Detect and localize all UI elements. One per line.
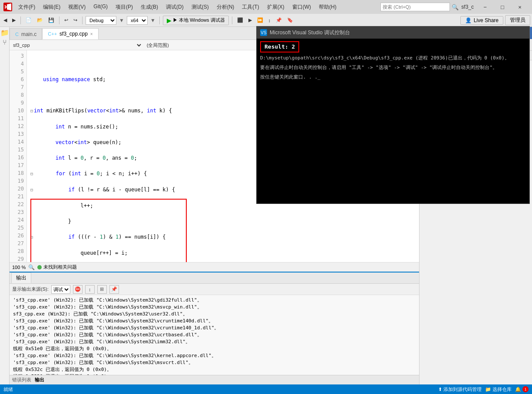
undo-button[interactable]: ↩ [63, 16, 70, 24]
add-source-label: 添加到源代码管理 [443, 386, 482, 393]
notification-button[interactable]: 🔔 1 [515, 386, 529, 392]
output-find-button[interactable]: ⊞ [97, 285, 107, 294]
code-line: } [30, 217, 416, 225]
config-selector[interactable]: Debug Release [86, 16, 116, 25]
menu-window[interactable]: 窗口(W) [289, 3, 314, 12]
back-button[interactable]: ◀ [2, 16, 9, 24]
upload-icon: ⬆ [438, 387, 442, 392]
toolbar-sep-4 [159, 16, 160, 24]
zoom-level[interactable]: 100 % [12, 265, 26, 270]
menu-view[interactable]: 视图(V) [65, 3, 89, 12]
toolbar-sep-1 [20, 16, 21, 24]
output-tabs: 输出 [10, 273, 419, 284]
debug-console-title: Microsoft Visual Studio 调试控制台 [270, 29, 350, 36]
minimize-button[interactable]: − [476, 0, 494, 14]
toolbar: ◀ ▶ 📄 📂 💾 ↩ ↪ Debug Release ▼ x64 x86 ▼ … [0, 14, 532, 27]
window-title: sf3_c [461, 4, 474, 10]
menu-build[interactable]: 生成(B) [137, 3, 162, 12]
toolbar-misc-2[interactable]: ▶ [247, 16, 254, 24]
toolbar-misc-6[interactable]: 🔖 [285, 16, 295, 24]
toolbar-sep-2 [59, 16, 59, 24]
zoom-bar: 100 % 🔍 未找到相关问题 [10, 262, 419, 272]
toolbar-sep-5 [232, 16, 232, 24]
manage-button[interactable]: 管理员 [505, 15, 530, 25]
activity-bar: 📁 ⑂ [0, 27, 10, 384]
toolbar-misc-5[interactable]: 📌 [274, 16, 284, 24]
repo-icon: 📁 [485, 387, 491, 392]
output-line: sf3_cpp.exe (Win32): 已加载 "C:\Windows\Sys… [13, 311, 416, 318]
platform-selector[interactable]: x64 x86 [127, 16, 148, 25]
select-repo-label: 选择仓库 [492, 386, 512, 393]
tab-sf3cpp-label: sf3_cpp.cpp [59, 31, 88, 37]
output-source-selector[interactable]: 调试 [51, 285, 70, 294]
result-box: Result: 2 [260, 41, 299, 53]
tab-sf3cpp-icon: C++ [48, 31, 57, 36]
footer-tab-output[interactable]: 输出 [35, 377, 44, 383]
output-source-label: 显示输出来源(S): [12, 286, 49, 292]
output-line: 'sf3_cpp.exe' (Win32): 已加载 "C:\Windows\S… [13, 318, 416, 325]
output-line: 'sf3_cpp.exe' (Win32): 已加载 "C:\Windows\S… [13, 325, 416, 332]
toolbar-sep-3 [82, 16, 83, 24]
menu-help[interactable]: 帮助(H) [315, 3, 340, 12]
footer-tab-errorlist[interactable]: 错误列表 [12, 377, 31, 383]
menu-test[interactable]: 测试(S) [188, 3, 212, 12]
add-source-button[interactable]: ⬆ 添加到源代码管理 [438, 386, 482, 393]
forward-button[interactable]: ▶ [10, 16, 17, 24]
toolbar-misc-3[interactable]: ⏩ [255, 16, 265, 24]
status-bar: 就绪 ⬆ 添加到源代码管理 📁 选择仓库 🔔 1 [0, 384, 532, 394]
menu-file[interactable]: 文件(F) [15, 3, 39, 12]
menu-project[interactable]: 项目(P) [112, 3, 136, 12]
debug-console-content[interactable]: Result: 2 D:\mysetup\gopath\src\dsy\sf3_… [257, 39, 529, 204]
close-button[interactable]: × [511, 0, 529, 14]
output-toolbar: 显示输出来源(S): 调试 ⛔ ↕ ⊞ 📌 [10, 284, 419, 295]
output-content[interactable]: 'sf3_cpp.exe' (Win32): 已加载 "C:\Windows\S… [10, 295, 419, 375]
status-dot [37, 265, 42, 269]
explorer-icon[interactable]: 📁 [0, 29, 9, 37]
menu-edit[interactable]: 编辑(E) [40, 3, 64, 12]
output-panel: 输出 显示输出来源(S): 调试 ⛔ ↕ ⊞ 📌 'sf3_cpp.exe' (… [10, 272, 419, 384]
liveshare-button[interactable]: 👤 Live Share [460, 16, 503, 25]
line-numbers: 3 4 5 6 7 8 9 10 11 12 13 14 15 16 17 18 [10, 50, 27, 262]
select-repo-button[interactable]: 📁 选择仓库 [485, 386, 512, 393]
scope-selector[interactable]: sf3_cpp [10, 40, 142, 50]
run-button[interactable]: ▶ ▶ 本地 Windows 调试器 [163, 16, 229, 25]
open-button[interactable]: 📂 [35, 16, 45, 24]
code-line: queue[r++] = i; [30, 249, 416, 257]
git-icon[interactable]: ⑂ [3, 39, 7, 46]
output-line: 'sf3_cpp.exe' (Win32): 已加载 "C:\Windows\S… [13, 297, 416, 304]
tab-mainc[interactable]: C main.c [10, 28, 42, 39]
toolbar-misc-4[interactable]: ↕ [267, 17, 273, 24]
output-line: 'sf3_cpp.exe' (Win32): 已加载 "C:\Windows\S… [13, 359, 416, 366]
menu-extensions[interactable]: 扩展(X) [264, 3, 288, 12]
debug-message1: 要在调试停止时自动关闭控制台，请启用 "工具" -> "选项" -> "调试" … [260, 64, 526, 72]
output-line: 线程 0x532c 已退出，返回值为 0 (0x0)。 [13, 366, 416, 373]
output-pin-button[interactable]: 📌 [109, 285, 119, 294]
menu-git[interactable]: Git(G) [90, 3, 111, 12]
zoom-icon[interactable]: 🔍 [28, 264, 35, 270]
tab-sf3cpp[interactable]: C++ sf3_cpp.cpp × [42, 28, 98, 39]
debug-console-header: VS Microsoft Visual Studio 调试控制台 [257, 26, 529, 39]
tab-mainc-icon: C [15, 32, 19, 37]
output-line: 'sf3_cpp.exe' (Win32): 已加载 "C:\Windows\S… [13, 332, 416, 338]
output-line: 线程 0x51e0 已退出，返回值为 0 (0x0)。 [13, 345, 416, 352]
menu-analyze[interactable]: 分析(N) [213, 3, 238, 12]
run-label: ▶ 本地 Windows 调试器 [173, 17, 225, 23]
status-indicator: 未找到相关问题 [37, 264, 77, 270]
debug-path: D:\mysetup\gopath\src\dsy\sf3_c\x64\Debu… [260, 54, 526, 62]
title-bar: 文件(F) 编辑(E) 视图(V) Git(G) 项目(P) 生成(B) 调试(… [0, 0, 532, 14]
save-button[interactable]: 💾 [46, 16, 56, 24]
menu-tools[interactable]: 工具(T) [238, 3, 262, 12]
menu-debug[interactable]: 调试(D) [162, 3, 187, 12]
toolbar-misc-1[interactable]: ⬛ [235, 16, 245, 24]
notification-badge: 1 [522, 386, 529, 392]
maximize-button[interactable]: □ [494, 0, 511, 14]
ready-status: 就绪 [3, 386, 13, 393]
output-tab-output[interactable]: 输出 [11, 273, 31, 283]
tab-close-button[interactable]: × [90, 32, 93, 36]
output-wrap-button[interactable]: ↕ [85, 285, 95, 294]
new-file-button[interactable]: 📄 [24, 16, 33, 24]
redo-button[interactable]: ↪ [72, 16, 79, 24]
output-clear-button[interactable]: ⛔ [73, 285, 83, 294]
search-input[interactable] [380, 3, 450, 11]
search-icon[interactable]: 🔍 [452, 4, 459, 10]
